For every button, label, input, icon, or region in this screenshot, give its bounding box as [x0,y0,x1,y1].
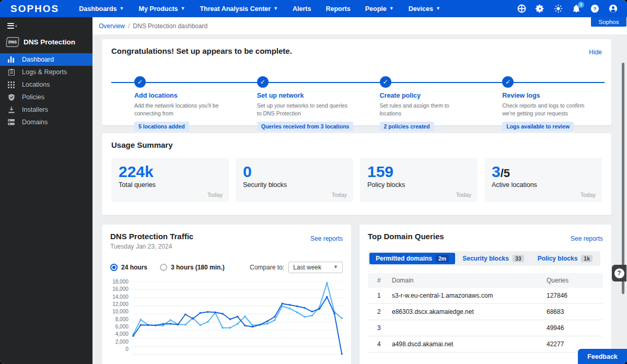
clipboard-icon [7,69,15,76]
nav-dashboards[interactable]: Dashboards▼ [72,0,131,17]
sidebar-item-installers[interactable]: Installers [0,103,92,116]
table-header-row: # Domain Queries [368,273,603,288]
chevron-down-icon: ▼ [333,264,338,269]
chart-plot-area [132,281,343,355]
domain-queries-table: # Domain Queries 1 s3-r-w.eu-central-1.a… [368,273,603,353]
sidebar-item-locations[interactable]: Locations [0,78,92,91]
server-stack-icon [7,119,15,125]
services-globe-icon[interactable] [517,4,526,14]
radio-3-hours[interactable]: 3 hours (180 min.) [160,264,225,271]
count-badge: 2m [436,255,449,262]
sidebar-item-logs-reports[interactable]: Logs & Reports [0,66,92,78]
step-create-policy: ✓ Create policy Set rules and assign the… [357,75,480,131]
stat-total-queries: 224k Total queries Today [111,158,229,202]
count-badge: 33 [513,255,524,262]
scrollbar-thumb[interactable] [622,63,624,294]
nav-alerts[interactable]: Alerts [285,0,318,17]
domains-title: Top Domain Queries [368,232,603,241]
traffic-title: DNS Protection Traffic [110,232,343,241]
table-row[interactable]: 2 e86303.dscx.akamaiedge.net 68683 [368,304,603,320]
product-header: DNS DNS Protection [0,33,92,53]
table-row[interactable]: 3 49946 [368,320,603,336]
main-content: Congratulations! Set up appears to be co… [92,34,627,364]
tab-permitted-domains[interactable]: Permitted domains2m [369,253,455,264]
stat-active-locations: 3/5 Active locations Today [484,158,602,202]
traffic-chart: 18,00016,00014,00012,00010,0008,0006,000… [110,281,343,355]
nav-reports[interactable]: Reports [318,0,357,17]
notifications-bell-icon[interactable]: 1 [572,4,581,14]
domains-see-reports-link[interactable]: See reports [571,235,603,242]
breadcrumb-overview-link[interactable]: Overview [99,22,125,30]
sophos-logo[interactable]: SOPHOS [10,3,59,15]
compare-to-select[interactable]: Last week▼ [288,262,343,273]
tab-policy-blocks[interactable]: Policy blocks1k [531,253,599,264]
count-badge: 1k [581,255,593,262]
radio-unselected-icon [160,264,167,271]
chevron-down-icon: ▼ [436,6,440,11]
sidebar-item-dashboard[interactable]: Dashboard [0,53,92,66]
settings-gear-icon[interactable] [535,4,544,14]
feedback-button[interactable]: Feedback [578,349,627,364]
setup-complete-banner: Congratulations! Set up appears to be co… [102,39,611,125]
chart-y-axis-labels: 18,00016,00014,00012,00010,0008,0006,000… [110,279,132,352]
chevron-down-icon: ▼ [389,6,394,11]
status-badge[interactable]: Queries received from 3 locations [257,122,354,131]
table-row[interactable]: 4 a498.dscd.akamai.net 42277 [368,336,603,353]
nav-threat-analysis-center[interactable]: Threat Analysis Center▼ [192,0,285,17]
grid-icon [7,81,15,88]
breadcrumb-current: DNS Protection dashboard [133,22,207,30]
radio-selected-icon [110,264,118,271]
dns-traffic-panel: DNS Protection Traffic Tuesday Jan 23, 2… [102,225,351,364]
top-navbar: SOPHOS Dashboards▼ My Products▼ Threat A… [0,0,627,17]
check-circle-icon: ✓ [257,76,269,88]
help-icon[interactable]: ? [590,4,599,14]
check-circle-icon: ✓ [502,76,514,88]
question-icon: ? [614,268,624,278]
sidebar: ‹ DNS DNS Protection Dashboard Logs & Re… [0,17,92,364]
breadcrumb-separator: / [128,22,130,30]
banner-title: Congratulations! Set up appears to be co… [111,46,602,55]
chevron-down-icon: ▼ [120,6,124,11]
compare-to-label: Compare to: [250,264,284,271]
stat-policy-blocks: 159 Policy blocks Today [360,158,478,202]
status-badge[interactable]: Logs available to review [502,122,574,131]
nav-people[interactable]: People▼ [358,0,401,17]
theme-sun-icon[interactable] [553,4,563,14]
tab-security-blocks[interactable]: Security blocks33 [456,253,530,264]
nav-my-products[interactable]: My Products▼ [131,0,192,17]
account-tooltip: Sophos [591,17,626,27]
sidebar-item-domains[interactable]: Domains [0,116,92,128]
status-badge[interactable]: 5 locations added [134,122,189,131]
chevron-down-icon: ▼ [181,6,185,11]
nav-devices[interactable]: Devices▼ [401,0,448,17]
svg-text:?: ? [593,6,596,11]
shield-check-icon [7,94,15,101]
notification-count-badge: 1 [578,2,584,8]
check-circle-icon: ✓ [380,76,391,88]
breadcrumb: Overview / DNS Protection dashboard [92,17,627,34]
usage-summary-panel: Usage Summary 224k Total queries Today 0… [102,133,611,215]
traffic-date: Tuesday Jan 23, 2024 [110,243,343,250]
hide-banner-link[interactable]: Hide [589,49,602,56]
status-badge[interactable]: 2 policies created [380,122,434,131]
account-icon[interactable] [608,4,618,14]
domains-tabs: Permitted domains2m Security blocks33 Po… [368,251,600,266]
dashboard-icon [7,56,15,63]
sidebar-item-policies[interactable]: Policies [0,91,92,103]
step-review-logs: ✓ Review logs Check reports and logs to … [479,75,602,131]
traffic-see-reports-link[interactable]: See reports [310,235,343,242]
sidebar-collapse-icon[interactable]: ‹ [0,17,92,33]
floating-help-button[interactable]: ? [612,265,626,281]
step-add-locations: ✓ Add locations Add the network location… [111,75,234,131]
step-set-up-network: ✓ Set up network Set up your networks to… [234,75,357,131]
chevron-down-icon: ▼ [273,6,278,11]
download-icon [7,107,15,113]
stat-security-blocks: 0 Security blocks Today [236,158,353,202]
radio-24-hours[interactable]: 24 hours [110,264,147,271]
product-name: DNS Protection [24,38,75,46]
app-window: SOPHOS Dashboards▼ My Products▼ Threat A… [0,0,627,364]
check-circle-icon: ✓ [134,76,146,88]
usage-summary-title: Usage Summary [111,140,602,149]
top-domain-queries-panel: Top Domain Queries See reports Permitted… [359,225,611,364]
table-row[interactable]: 1 s3-r-w.eu-central-1.amazonaws.com 1278… [368,288,603,304]
